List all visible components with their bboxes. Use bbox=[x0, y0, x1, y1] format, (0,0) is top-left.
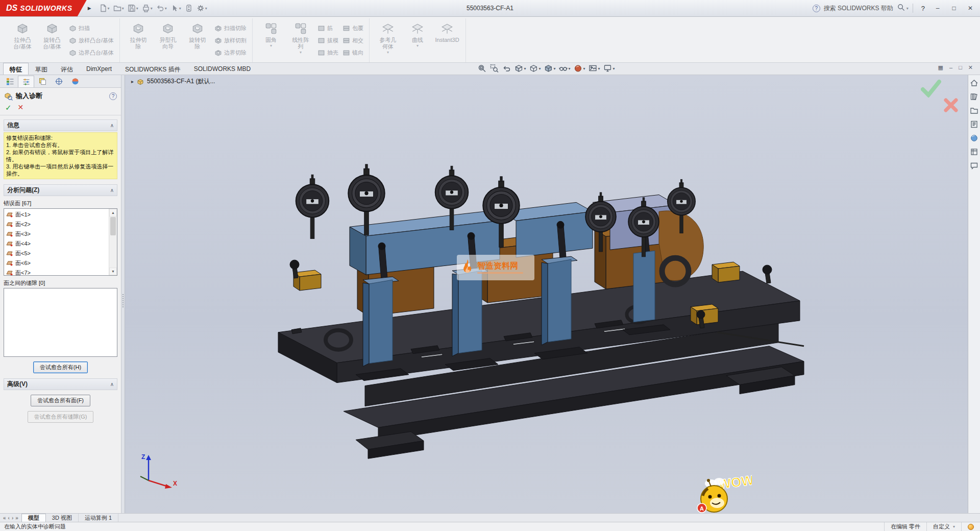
resources-home-button[interactable] bbox=[969, 78, 979, 88]
collapse-caret-icon[interactable]: ∧ bbox=[110, 381, 114, 387]
message-group-header[interactable]: 信息 ∧ bbox=[4, 119, 117, 131]
confirm-ok-icon[interactable] bbox=[921, 79, 941, 98]
previous-view-button[interactable] bbox=[501, 63, 512, 74]
tab-evaluate[interactable]: 评估 bbox=[54, 63, 80, 75]
zoom-area-button[interactable] bbox=[488, 63, 500, 74]
scroll-down-button[interactable]: ▼ bbox=[109, 268, 117, 275]
collapse-caret-icon[interactable]: ∧ bbox=[110, 123, 114, 128]
ribbon-button-small[interactable]: 筋 bbox=[315, 22, 340, 34]
dropdown-caret-icon[interactable]: ▾ bbox=[179, 6, 181, 11]
confirm-cancel-icon[interactable] bbox=[943, 98, 959, 113]
section-view-button[interactable]: ▾ bbox=[513, 63, 527, 74]
ribbon-button-small[interactable]: 包覆 bbox=[340, 22, 365, 34]
tab-model[interactable]: 模型 bbox=[21, 514, 46, 522]
gaps-list[interactable] bbox=[4, 288, 117, 357]
display-style-button[interactable]: ▾ bbox=[543, 63, 556, 74]
face-list-item[interactable]: 面<1> bbox=[6, 210, 109, 220]
first-tab-button[interactable]: « bbox=[3, 515, 6, 521]
face-list-item[interactable]: 面<2> bbox=[6, 220, 109, 229]
tile-windows-icon[interactable]: ▦ bbox=[938, 64, 943, 71]
minimize-button[interactable]: – bbox=[930, 2, 945, 14]
print-button[interactable]: ▾ bbox=[140, 3, 154, 13]
ribbon-button-large[interactable]: 拉伸切 除 bbox=[124, 19, 153, 61]
dropdown-caret-icon[interactable]: ▾ bbox=[568, 66, 570, 71]
ribbon-button-large[interactable]: 旋转切 除 bbox=[183, 19, 212, 61]
last-tab-button[interactable]: » bbox=[15, 515, 18, 521]
tab-motion-study[interactable]: 运动算例 1 bbox=[79, 514, 118, 522]
file-explorer-button[interactable] bbox=[969, 105, 979, 115]
restore-button[interactable]: □ bbox=[946, 2, 962, 14]
ribbon-button-small[interactable]: 边界凸台/基体 bbox=[67, 46, 116, 59]
face-list-item[interactable]: 面<3> bbox=[6, 229, 109, 239]
dropdown-caret-icon[interactable]: ▾ bbox=[122, 6, 124, 11]
face-list-item[interactable]: 面<7> bbox=[6, 268, 109, 275]
options-button[interactable]: ▾ bbox=[195, 3, 209, 13]
dropdown-caret-icon[interactable]: ▾ bbox=[151, 6, 153, 11]
face-list-item[interactable]: 面<5> bbox=[6, 249, 109, 258]
appearances-button[interactable] bbox=[969, 133, 979, 143]
heal-all-faces-button[interactable]: 尝试愈合所有面(F) bbox=[31, 395, 90, 406]
undo-button[interactable]: ▾ bbox=[155, 3, 168, 13]
collapse-caret-icon[interactable]: ∧ bbox=[110, 187, 114, 193]
ribbon-button-small[interactable]: 扫描切除 bbox=[212, 22, 249, 34]
model-3d[interactable] bbox=[125, 75, 968, 513]
configurationmanager-tab[interactable] bbox=[34, 76, 51, 87]
dropdown-caret-icon[interactable]: ▾ bbox=[524, 66, 526, 71]
save-button[interactable]: ▾ bbox=[126, 3, 140, 13]
tab-addins[interactable]: SOLIDWORKS 插件 bbox=[118, 63, 187, 75]
dropdown-caret-icon[interactable]: ▾ bbox=[165, 6, 167, 11]
list-scrollbar[interactable]: ▲ ▼ bbox=[109, 209, 117, 275]
ribbon-button-small[interactable]: 相交 bbox=[340, 34, 365, 46]
flyout-feature-tree[interactable]: ▸ 55003563-CF-A1 (默认... bbox=[131, 77, 215, 86]
heal-all-button[interactable]: 尝试愈合所有(H) bbox=[33, 361, 88, 373]
graphics-viewport[interactable]: ▸ 55003563-CF-A1 (默认... 智造资料网 Z bbox=[125, 75, 968, 513]
ribbon-button-large[interactable]: 圆角 ▾ bbox=[256, 19, 286, 61]
search-input[interactable]: 搜索 SOLIDWORKS 帮助 bbox=[824, 4, 893, 13]
dropdown-caret-icon[interactable]: ▾ bbox=[613, 66, 615, 71]
face-list-item[interactable]: 面<6> bbox=[6, 258, 109, 268]
ribbon-button-small[interactable]: 扫描 bbox=[67, 22, 116, 34]
tree-expand-icon[interactable]: ▸ bbox=[131, 79, 134, 84]
tab-sketch[interactable]: 草图 bbox=[29, 63, 54, 75]
ribbon-button-large[interactable]: 拉伸凸 台/基体 bbox=[8, 19, 37, 61]
select-button[interactable]: ▾ bbox=[169, 3, 183, 13]
hide-show-items-button[interactable]: ▾ bbox=[557, 63, 571, 74]
search-help-icon[interactable]: ? bbox=[813, 5, 820, 12]
search-icon[interactable] bbox=[897, 4, 905, 13]
open-button[interactable]: ▾ bbox=[112, 3, 126, 13]
rebuild-button[interactable] bbox=[183, 3, 194, 13]
tab-features[interactable]: 特征 bbox=[3, 63, 29, 75]
ribbon-button-small[interactable]: 放样凸台/基体 bbox=[67, 34, 116, 46]
dropdown-caret-icon[interactable]: ▾ bbox=[136, 6, 138, 11]
analyze-group-header[interactable]: 分析问题(Z) ∧ bbox=[4, 184, 117, 196]
propertymanager-tab[interactable] bbox=[18, 76, 34, 87]
units-selector[interactable]: 自定义 ▾ bbox=[926, 522, 961, 531]
ribbon-button-small[interactable]: 边界切除 bbox=[212, 46, 249, 59]
design-library-button[interactable] bbox=[969, 91, 979, 102]
scroll-thumb[interactable] bbox=[110, 217, 116, 235]
next-tab-button[interactable]: › bbox=[12, 515, 13, 521]
help-button[interactable]: ? bbox=[917, 5, 929, 12]
advanced-group-header[interactable]: 高级(V) ∧ bbox=[4, 378, 117, 390]
panel-splitter[interactable] bbox=[121, 75, 125, 513]
ok-button[interactable]: ✓ bbox=[5, 103, 12, 112]
ribbon-button-small[interactable]: 抽壳 bbox=[315, 46, 340, 59]
apply-scene-button[interactable]: ▾ bbox=[587, 63, 601, 74]
dropdown-caret-icon[interactable]: ▾ bbox=[583, 66, 585, 71]
zoom-fit-button[interactable] bbox=[476, 63, 487, 74]
face-list-item[interactable]: 面<4> bbox=[6, 239, 109, 249]
cancel-button[interactable]: ✕ bbox=[18, 103, 24, 112]
ribbon-button-large[interactable]: Instant3D bbox=[432, 19, 462, 61]
doc-close-icon[interactable]: ✕ bbox=[968, 64, 973, 71]
status-ball-icon[interactable] bbox=[968, 524, 974, 530]
doc-restore-icon[interactable]: □ bbox=[959, 64, 962, 71]
ribbon-button-small[interactable]: 拔模 bbox=[315, 34, 340, 46]
panel-help-icon[interactable]: ? bbox=[109, 92, 117, 100]
ribbon-button-small[interactable]: 镜向 bbox=[340, 46, 365, 59]
faulty-faces-list[interactable]: 面<1> 面<2> 面<3> bbox=[4, 208, 117, 276]
scroll-up-button[interactable]: ▲ bbox=[109, 209, 117, 216]
dropdown-caret-icon[interactable]: ▾ bbox=[598, 66, 600, 71]
dropdown-caret-icon[interactable]: ▾ bbox=[108, 6, 110, 11]
prev-tab-button[interactable]: ‹ bbox=[8, 515, 10, 521]
edit-appearance-button[interactable]: ▾ bbox=[573, 63, 586, 74]
